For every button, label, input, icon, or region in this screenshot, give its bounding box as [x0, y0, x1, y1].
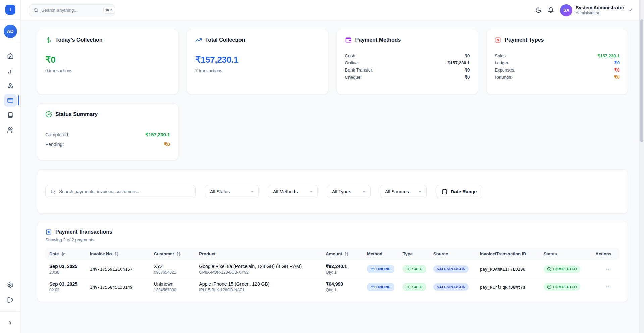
tx-customer: Unknown [154, 281, 191, 287]
col-label: Method [367, 251, 382, 256]
chevron-down-icon [362, 189, 366, 194]
method-badge: ONLINE [367, 265, 394, 273]
col-status: Status [540, 248, 590, 260]
payment-methods-card: Payment Methods Cash: ₹0 Online: ₹157,23… [337, 29, 478, 95]
sidebar-item-customers[interactable] [4, 124, 17, 136]
status-summary-card: Status Summary Completed: ₹157,230.1 Pen… [37, 103, 178, 160]
ellipsis-icon [605, 284, 611, 290]
metric-row: Online: ₹157,230.1 [345, 60, 470, 65]
sidebar-item-analytics[interactable] [4, 64, 17, 77]
user-menu[interactable]: SA System Administrator Administrator [560, 4, 633, 16]
metric-value: ₹157,230.1 [597, 53, 620, 58]
date-range-button[interactable]: Date Range [436, 185, 482, 198]
col-date[interactable]: Date [45, 248, 86, 260]
chevron-down-icon [250, 189, 254, 194]
global-search[interactable]: ⌘ K [29, 4, 115, 16]
todays-collection-card: Today's Collection ₹0 0 transactions [37, 29, 178, 95]
status-filter-dropdown[interactable]: All Status [205, 185, 259, 198]
app-logo[interactable]: I [5, 5, 15, 15]
page-scrollbar[interactable] [639, 0, 644, 333]
metric-row: Ledger: ₹0 [495, 60, 620, 65]
type-filter-dropdown[interactable]: All Types [327, 185, 371, 198]
tx-product-sku: GP8A-POR-128-8GB-XY92 [199, 270, 318, 275]
scrollbar-thumb[interactable] [640, 19, 643, 142]
status-row: Completed: ₹157,230.1 [45, 132, 170, 137]
col-source: Source [429, 248, 476, 260]
source-badge: SALESPERSON [433, 265, 469, 273]
tx-amount: ₹64,990 [326, 281, 359, 287]
table-row: Sep 03, 2025 20:38 INV-1756912104157 XYZ… [45, 260, 620, 278]
tx-time: 02:02 [49, 288, 82, 292]
tx-customer-phone: 1234567890 [154, 288, 191, 292]
sidebar-item-settings[interactable] [4, 278, 17, 291]
status-row: Pending: ₹0 [45, 142, 170, 147]
sidebar-item-products[interactable] [4, 79, 17, 92]
chevron-down-icon [418, 189, 422, 194]
global-search-input[interactable] [41, 8, 101, 13]
search-icon [50, 189, 56, 194]
status-value: ₹0 [164, 142, 170, 147]
sort-icon [114, 252, 119, 256]
metric-value: ₹0 [614, 60, 620, 65]
sidebar-nav [4, 50, 17, 136]
type-label: SALE [412, 285, 422, 289]
source-filter-dropdown[interactable]: All Sources [380, 185, 427, 198]
dollar-icon [45, 37, 52, 43]
row-actions-button[interactable] [594, 266, 615, 272]
col-method: Method [363, 248, 399, 260]
col-customer[interactable]: Customer [150, 248, 195, 260]
metric-value: ₹0 [465, 75, 470, 80]
sidebar-expand-button[interactable] [4, 316, 17, 329]
table-subtitle: Showing 2 of 2 payments [45, 237, 620, 242]
home-icon [7, 53, 14, 59]
col-product: Product [195, 248, 322, 260]
col-label: Amount [326, 251, 342, 256]
divider [0, 311, 21, 312]
payments-search-input[interactable] [59, 189, 191, 194]
row-actions-button[interactable] [594, 284, 615, 290]
trending-up-icon [195, 37, 202, 43]
metric-value: ₹0 [614, 67, 620, 73]
logout-icon [7, 297, 14, 303]
tx-customer: XYZ [154, 264, 191, 269]
metric-row: Expenses: ₹0 [495, 67, 620, 73]
chevron-down-icon [309, 189, 313, 194]
dropdown-label: All Types [332, 189, 351, 194]
sidebar-item-payments[interactable] [4, 94, 17, 107]
credit-card-icon [7, 97, 14, 104]
sidebar-avatar[interactable]: AD [4, 25, 17, 38]
notifications-button[interactable] [548, 7, 554, 13]
sidebar-item-home[interactable] [4, 50, 17, 62]
dropdown-label: All Methods [273, 189, 298, 194]
boxes-icon [7, 82, 14, 89]
metric-label: Expenses: [495, 67, 515, 73]
status-label: COMPLETED [553, 285, 577, 289]
page-content: Today's Collection ₹0 0 transactions Tot… [21, 21, 644, 333]
card-title: Status Summary [55, 111, 98, 117]
dark-mode-toggle[interactable] [535, 7, 542, 13]
avatar: SA [560, 4, 572, 16]
payments-search[interactable] [45, 185, 196, 198]
chevron-down-icon [628, 8, 633, 13]
sidebar-item-logout[interactable] [4, 294, 17, 306]
divider [0, 43, 21, 43]
calendar-icon [442, 189, 447, 194]
sidebar-item-ledger[interactable] [4, 109, 17, 122]
type-label: SALE [412, 267, 422, 271]
method-badge: ONLINE [367, 283, 394, 291]
method-filter-dropdown[interactable]: All Methods [268, 185, 318, 198]
type-badge: SALE [403, 283, 426, 291]
tx-product: Apple iPhone 15 (Green, 128 GB) [199, 281, 318, 287]
col-invoice-no[interactable]: Invoice No [86, 248, 150, 260]
dropdown-label: All Sources [385, 189, 409, 194]
tx-qty: Qty: 1 [326, 288, 359, 292]
sort-desc-icon [61, 252, 66, 256]
type-badge: SALE [403, 265, 426, 273]
tx-invoice-no: INV-1756845133149 [90, 285, 133, 290]
check-circle-icon [547, 285, 551, 289]
moon-icon [535, 7, 542, 13]
col-amount[interactable]: Amount [322, 248, 363, 260]
table-row: Sep 03, 2025 02:02 INV-1756845133149 Unk… [45, 278, 620, 296]
dropdown-label: All Status [210, 189, 230, 194]
tx-date: Sep 03, 2025 [49, 281, 82, 287]
